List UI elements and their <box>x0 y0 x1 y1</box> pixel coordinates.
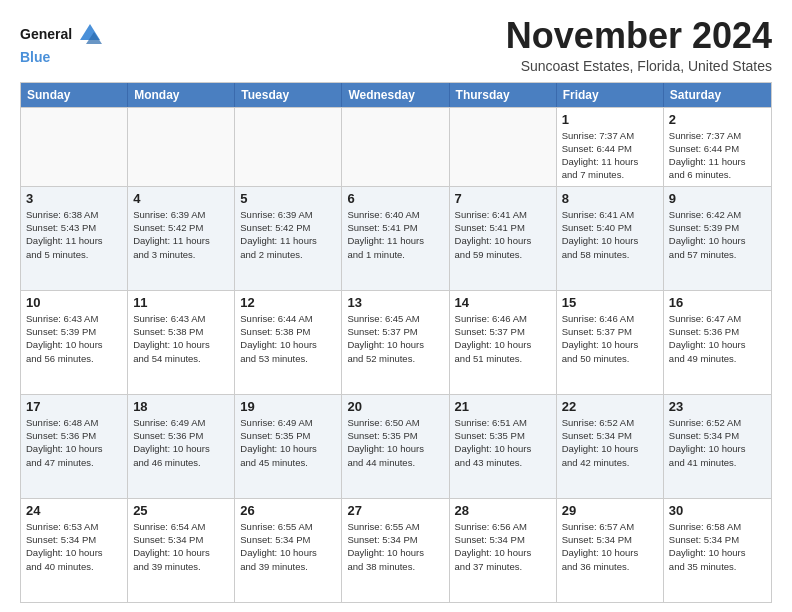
day-info: Sunrise: 6:40 AM Sunset: 5:41 PM Dayligh… <box>347 208 443 261</box>
day-info: Sunrise: 7:37 AM Sunset: 6:44 PM Dayligh… <box>669 129 766 182</box>
month-title: November 2024 <box>506 16 772 56</box>
day-number: 7 <box>455 191 551 206</box>
day-info: Sunrise: 6:55 AM Sunset: 5:34 PM Dayligh… <box>240 520 336 573</box>
day-info: Sunrise: 6:49 AM Sunset: 5:35 PM Dayligh… <box>240 416 336 469</box>
day-number: 25 <box>133 503 229 518</box>
weekday-header-monday: Monday <box>128 83 235 107</box>
day-number: 8 <box>562 191 658 206</box>
day-cell-22: 22Sunrise: 6:52 AM Sunset: 5:34 PM Dayli… <box>557 395 664 498</box>
day-cell-16: 16Sunrise: 6:47 AM Sunset: 5:36 PM Dayli… <box>664 291 771 394</box>
empty-cell <box>342 108 449 186</box>
day-info: Sunrise: 6:53 AM Sunset: 5:34 PM Dayligh… <box>26 520 122 573</box>
day-number: 21 <box>455 399 551 414</box>
day-number: 11 <box>133 295 229 310</box>
day-info: Sunrise: 6:47 AM Sunset: 5:36 PM Dayligh… <box>669 312 766 365</box>
weekday-header-tuesday: Tuesday <box>235 83 342 107</box>
day-cell-3: 3Sunrise: 6:38 AM Sunset: 5:43 PM Daylig… <box>21 187 128 290</box>
day-number: 22 <box>562 399 658 414</box>
day-info: Sunrise: 6:56 AM Sunset: 5:34 PM Dayligh… <box>455 520 551 573</box>
calendar-body: 1Sunrise: 7:37 AM Sunset: 6:44 PM Daylig… <box>21 107 771 602</box>
day-cell-12: 12Sunrise: 6:44 AM Sunset: 5:38 PM Dayli… <box>235 291 342 394</box>
empty-cell <box>450 108 557 186</box>
day-number: 3 <box>26 191 122 206</box>
logo-text-blue: Blue <box>20 49 50 65</box>
calendar: SundayMondayTuesdayWednesdayThursdayFrid… <box>20 82 772 603</box>
day-cell-21: 21Sunrise: 6:51 AM Sunset: 5:35 PM Dayli… <box>450 395 557 498</box>
day-cell-10: 10Sunrise: 6:43 AM Sunset: 5:39 PM Dayli… <box>21 291 128 394</box>
day-number: 6 <box>347 191 443 206</box>
day-info: Sunrise: 6:43 AM Sunset: 5:38 PM Dayligh… <box>133 312 229 365</box>
day-info: Sunrise: 6:44 AM Sunset: 5:38 PM Dayligh… <box>240 312 336 365</box>
day-info: Sunrise: 6:52 AM Sunset: 5:34 PM Dayligh… <box>562 416 658 469</box>
day-info: Sunrise: 6:52 AM Sunset: 5:34 PM Dayligh… <box>669 416 766 469</box>
day-cell-29: 29Sunrise: 6:57 AM Sunset: 5:34 PM Dayli… <box>557 499 664 602</box>
day-number: 2 <box>669 112 766 127</box>
day-info: Sunrise: 6:45 AM Sunset: 5:37 PM Dayligh… <box>347 312 443 365</box>
day-info: Sunrise: 6:57 AM Sunset: 5:34 PM Dayligh… <box>562 520 658 573</box>
day-number: 20 <box>347 399 443 414</box>
title-block: November 2024 Suncoast Estates, Florida,… <box>506 16 772 74</box>
day-info: Sunrise: 6:39 AM Sunset: 5:42 PM Dayligh… <box>133 208 229 261</box>
header: General Blue November 2024 Suncoast Esta… <box>20 16 772 74</box>
day-cell-4: 4Sunrise: 6:39 AM Sunset: 5:42 PM Daylig… <box>128 187 235 290</box>
day-cell-15: 15Sunrise: 6:46 AM Sunset: 5:37 PM Dayli… <box>557 291 664 394</box>
day-cell-20: 20Sunrise: 6:50 AM Sunset: 5:35 PM Dayli… <box>342 395 449 498</box>
day-cell-23: 23Sunrise: 6:52 AM Sunset: 5:34 PM Dayli… <box>664 395 771 498</box>
day-number: 13 <box>347 295 443 310</box>
logo-text: General <box>20 26 72 43</box>
day-cell-27: 27Sunrise: 6:55 AM Sunset: 5:34 PM Dayli… <box>342 499 449 602</box>
day-cell-26: 26Sunrise: 6:55 AM Sunset: 5:34 PM Dayli… <box>235 499 342 602</box>
day-info: Sunrise: 6:46 AM Sunset: 5:37 PM Dayligh… <box>455 312 551 365</box>
day-number: 19 <box>240 399 336 414</box>
day-info: Sunrise: 6:48 AM Sunset: 5:36 PM Dayligh… <box>26 416 122 469</box>
day-cell-2: 2Sunrise: 7:37 AM Sunset: 6:44 PM Daylig… <box>664 108 771 186</box>
day-cell-17: 17Sunrise: 6:48 AM Sunset: 5:36 PM Dayli… <box>21 395 128 498</box>
day-cell-5: 5Sunrise: 6:39 AM Sunset: 5:42 PM Daylig… <box>235 187 342 290</box>
day-info: Sunrise: 6:41 AM Sunset: 5:41 PM Dayligh… <box>455 208 551 261</box>
day-number: 14 <box>455 295 551 310</box>
day-cell-1: 1Sunrise: 7:37 AM Sunset: 6:44 PM Daylig… <box>557 108 664 186</box>
day-info: Sunrise: 6:51 AM Sunset: 5:35 PM Dayligh… <box>455 416 551 469</box>
day-info: Sunrise: 6:49 AM Sunset: 5:36 PM Dayligh… <box>133 416 229 469</box>
day-number: 18 <box>133 399 229 414</box>
day-cell-11: 11Sunrise: 6:43 AM Sunset: 5:38 PM Dayli… <box>128 291 235 394</box>
weekday-header-friday: Friday <box>557 83 664 107</box>
location: Suncoast Estates, Florida, United States <box>506 58 772 74</box>
day-cell-19: 19Sunrise: 6:49 AM Sunset: 5:35 PM Dayli… <box>235 395 342 498</box>
day-number: 23 <box>669 399 766 414</box>
day-number: 24 <box>26 503 122 518</box>
weekday-header-sunday: Sunday <box>21 83 128 107</box>
empty-cell <box>235 108 342 186</box>
page: General Blue November 2024 Suncoast Esta… <box>0 0 792 612</box>
day-cell-6: 6Sunrise: 6:40 AM Sunset: 5:41 PM Daylig… <box>342 187 449 290</box>
day-number: 5 <box>240 191 336 206</box>
day-cell-18: 18Sunrise: 6:49 AM Sunset: 5:36 PM Dayli… <box>128 395 235 498</box>
day-cell-7: 7Sunrise: 6:41 AM Sunset: 5:41 PM Daylig… <box>450 187 557 290</box>
day-info: Sunrise: 6:55 AM Sunset: 5:34 PM Dayligh… <box>347 520 443 573</box>
day-info: Sunrise: 6:41 AM Sunset: 5:40 PM Dayligh… <box>562 208 658 261</box>
day-number: 9 <box>669 191 766 206</box>
day-number: 1 <box>562 112 658 127</box>
day-info: Sunrise: 6:38 AM Sunset: 5:43 PM Dayligh… <box>26 208 122 261</box>
day-info: Sunrise: 6:58 AM Sunset: 5:34 PM Dayligh… <box>669 520 766 573</box>
weekday-header-saturday: Saturday <box>664 83 771 107</box>
day-info: Sunrise: 7:37 AM Sunset: 6:44 PM Dayligh… <box>562 129 658 182</box>
day-info: Sunrise: 6:50 AM Sunset: 5:35 PM Dayligh… <box>347 416 443 469</box>
weekday-header-wednesday: Wednesday <box>342 83 449 107</box>
empty-cell <box>128 108 235 186</box>
calendar-header: SundayMondayTuesdayWednesdayThursdayFrid… <box>21 83 771 107</box>
day-number: 17 <box>26 399 122 414</box>
day-cell-8: 8Sunrise: 6:41 AM Sunset: 5:40 PM Daylig… <box>557 187 664 290</box>
day-info: Sunrise: 6:43 AM Sunset: 5:39 PM Dayligh… <box>26 312 122 365</box>
day-number: 15 <box>562 295 658 310</box>
day-number: 4 <box>133 191 229 206</box>
day-number: 16 <box>669 295 766 310</box>
day-number: 28 <box>455 503 551 518</box>
day-cell-24: 24Sunrise: 6:53 AM Sunset: 5:34 PM Dayli… <box>21 499 128 602</box>
weekday-header-thursday: Thursday <box>450 83 557 107</box>
day-number: 10 <box>26 295 122 310</box>
empty-cell <box>21 108 128 186</box>
day-cell-25: 25Sunrise: 6:54 AM Sunset: 5:34 PM Dayli… <box>128 499 235 602</box>
day-cell-14: 14Sunrise: 6:46 AM Sunset: 5:37 PM Dayli… <box>450 291 557 394</box>
day-cell-28: 28Sunrise: 6:56 AM Sunset: 5:34 PM Dayli… <box>450 499 557 602</box>
